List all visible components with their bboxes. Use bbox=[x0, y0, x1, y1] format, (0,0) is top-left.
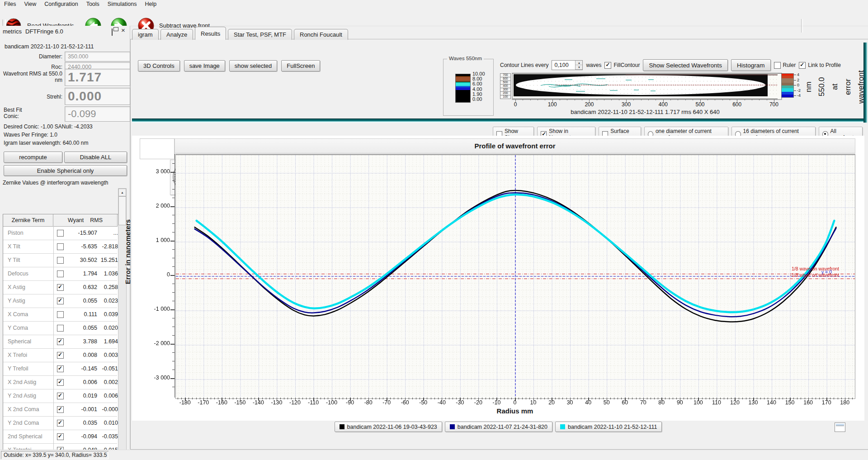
zernike-enable-checkbox[interactable] bbox=[57, 270, 64, 277]
x-tick-minor bbox=[676, 398, 677, 399]
menu-item-help[interactable]: Help bbox=[141, 0, 160, 9]
y-axis-line bbox=[175, 154, 175, 398]
zernike-enable-checkbox[interactable] bbox=[57, 311, 64, 318]
x-tick-minor bbox=[618, 398, 618, 399]
tab-ronchi-foucault[interactable]: Ronchi Foucault bbox=[294, 29, 348, 40]
zernike-enable-checkbox[interactable] bbox=[57, 243, 64, 250]
x-tick-minor bbox=[409, 398, 409, 399]
zernike-enable-checkbox[interactable] bbox=[57, 420, 64, 427]
tab-igram[interactable]: igram bbox=[132, 29, 159, 40]
recompute-button[interactable]: recompute bbox=[4, 152, 62, 163]
x-tick-minor bbox=[434, 398, 435, 399]
zernike-enable-checkbox[interactable] bbox=[57, 352, 64, 359]
legend-item[interactable]: bandicam 2022-11-10 21-52-12-111 bbox=[555, 422, 662, 432]
zernike-title: Zernike Values @ interferogram wavelengt… bbox=[3, 180, 108, 186]
x-tick-label: -110 bbox=[304, 399, 322, 406]
zernike-col-term[interactable]: Zernike Term bbox=[3, 214, 53, 227]
zernike-rms-value: -2.818 bbox=[97, 240, 118, 253]
disable-all-button[interactable]: Disable ALL bbox=[64, 152, 127, 163]
zernike-enable-checkbox[interactable] bbox=[57, 338, 64, 345]
zernike-enable-checkbox[interactable] bbox=[57, 393, 64, 399]
menu-item-view[interactable]: View bbox=[20, 0, 40, 9]
rms-label: Wavefront RMS at 550.0 bbox=[3, 71, 62, 77]
contour-xtick-minor bbox=[715, 99, 715, 100]
tab-analyze[interactable]: Analyze bbox=[160, 29, 193, 40]
button-show-selected[interactable]: show selected bbox=[229, 60, 277, 71]
x-tick-minor bbox=[310, 398, 310, 399]
button-save-image[interactable]: save Image bbox=[184, 60, 225, 71]
histogram-button[interactable]: Histogram bbox=[731, 59, 771, 71]
zernike-rms-value: -0.000 bbox=[97, 403, 118, 416]
x-tick-label: -90 bbox=[341, 399, 359, 406]
contour-xtick-minor bbox=[759, 99, 760, 100]
splitter-horizontal[interactable] bbox=[132, 119, 864, 123]
dock-close-icon[interactable]: × bbox=[121, 26, 125, 34]
table-row: X 2nd Astig0.0060.002 bbox=[3, 375, 117, 389]
x-tick-label: -80 bbox=[359, 399, 377, 406]
x-tick-minor bbox=[599, 398, 599, 399]
tab-star-test-psf-mtf[interactable]: Star Test, PSF, MTF bbox=[228, 29, 292, 40]
zernike-rms-value: 0.006 bbox=[97, 389, 118, 403]
fill-contour-checkbox[interactable]: FillContour bbox=[604, 62, 640, 69]
menu-item-simulations[interactable]: Simulations bbox=[104, 0, 141, 9]
x-tick-label: -60 bbox=[396, 399, 414, 406]
x-tick-minor bbox=[306, 398, 307, 399]
zernike-enable-checkbox[interactable] bbox=[57, 406, 64, 413]
ruler-checkbox[interactable]: Ruler bbox=[774, 62, 796, 69]
zernike-enable-checkbox[interactable] bbox=[57, 365, 64, 372]
menu-item-configuration[interactable]: Configuration bbox=[40, 0, 82, 9]
x-tick-minor bbox=[299, 398, 299, 399]
waves-tick-label: 0.00 bbox=[472, 96, 482, 102]
x-tick-minor bbox=[544, 398, 545, 399]
y-tick-minor bbox=[172, 232, 175, 232]
rms-value: 1.717 bbox=[65, 69, 130, 86]
zernike-col-values[interactable]: WyantRMS bbox=[53, 214, 118, 227]
x-tick-minor bbox=[665, 398, 665, 399]
tab-results[interactable]: Results bbox=[195, 27, 226, 40]
legend-item[interactable]: bandicam 2022-11-06 19-03-43-923 bbox=[335, 422, 442, 432]
x-tick-minor bbox=[431, 398, 431, 399]
x-tick-minor bbox=[786, 398, 787, 399]
x-tick-minor bbox=[764, 398, 764, 399]
button-fullscreen[interactable]: FullScreen bbox=[281, 60, 320, 71]
x-tick-minor bbox=[621, 398, 622, 399]
x-tick-minor bbox=[486, 398, 486, 399]
zernike-enable-checkbox[interactable] bbox=[57, 257, 64, 264]
x-tick-minor bbox=[610, 398, 611, 399]
zernike-enable-checkbox[interactable] bbox=[57, 433, 64, 440]
zernike-rms-value: 0.010 bbox=[97, 416, 118, 430]
splitter-vertical[interactable] bbox=[863, 43, 867, 123]
x-tick-minor bbox=[614, 398, 614, 399]
table-row: X Tilt-5.635-2.818 bbox=[3, 240, 117, 254]
show-selected-wavefronts-button[interactable]: Show Selected Wavefronts bbox=[643, 59, 728, 71]
x-tick-minor bbox=[793, 398, 794, 399]
x-tick-label: -40 bbox=[433, 399, 451, 406]
contour-xtick-label: 0 bbox=[506, 101, 524, 108]
zernike-enable-checkbox[interactable] bbox=[57, 325, 64, 332]
x-tick-label: 110 bbox=[708, 399, 726, 406]
legend-grip-icon[interactable] bbox=[835, 422, 845, 432]
button-3d-controls[interactable]: 3D Controls bbox=[138, 60, 180, 71]
x-tick-minor bbox=[562, 398, 563, 399]
zernike-enable-checkbox[interactable] bbox=[57, 230, 64, 237]
x-tick-minor bbox=[654, 398, 655, 399]
zernike-enable-checkbox[interactable] bbox=[57, 298, 64, 304]
zernike-enable-checkbox[interactable] bbox=[57, 379, 64, 386]
menu-item-files[interactable]: Files bbox=[0, 0, 20, 9]
chart-legend: bandicam 2022-11-06 19-03-43-923bandicam… bbox=[132, 422, 864, 432]
zernike-enable-checkbox[interactable] bbox=[57, 284, 64, 291]
x-tick-minor bbox=[702, 398, 703, 399]
x-tick-minor bbox=[262, 398, 263, 399]
y-tick-minor bbox=[172, 361, 175, 361]
x-tick-minor bbox=[229, 398, 230, 399]
contour-step-spinner[interactable]: 0,100 ▲▼ bbox=[552, 60, 583, 70]
dock-float-icon[interactable] bbox=[112, 28, 113, 36]
legend-item[interactable]: bandicam 2022-11-07 21-24-31-820 bbox=[445, 422, 552, 432]
x-tick-minor bbox=[357, 398, 358, 399]
x-tick-label: 0 bbox=[506, 399, 524, 406]
enable-spherical-button[interactable]: Enable Spherical only bbox=[4, 165, 127, 176]
x-tick-label: -10 bbox=[487, 399, 505, 406]
menu-item-tools[interactable]: Tools bbox=[82, 0, 104, 9]
x-tick-minor bbox=[805, 398, 805, 399]
diameter-field[interactable]: 350.000 bbox=[65, 52, 130, 62]
